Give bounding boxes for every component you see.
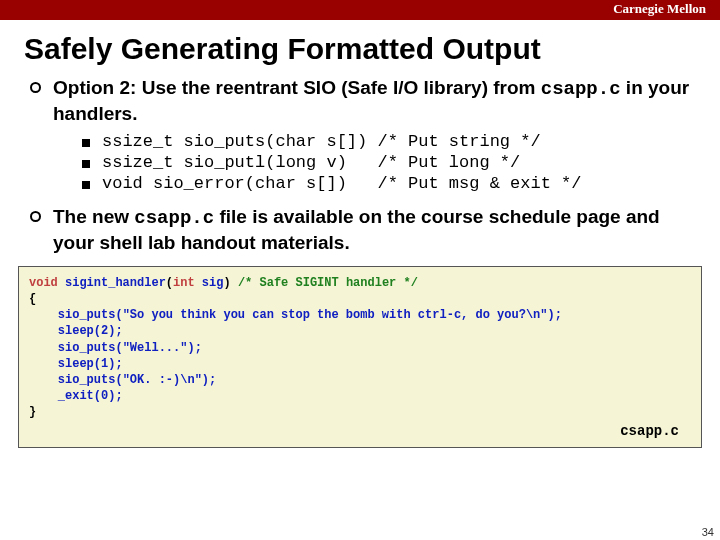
slide-title: Safely Generating Formatted Output <box>0 20 720 70</box>
line1a: sio_puts( <box>29 308 123 322</box>
sub-list: ssize_t sio_puts(char s[]) /* Put string… <box>30 132 690 193</box>
brace-close: } <box>29 405 36 419</box>
line5b: "OK. :-)\n" <box>123 373 202 387</box>
bullet-2-code: csapp.c <box>134 207 214 229</box>
circle-bullet-icon <box>30 82 41 93</box>
sub-item-1: ssize_t sio_puts(char s[]) /* Put string… <box>82 132 690 151</box>
paren-open: ( <box>166 276 173 290</box>
bullet-2-pre: The new <box>53 206 134 227</box>
code-block: void sigint_handler(int sig) /* Safe SIG… <box>18 266 702 449</box>
line1b: "So you think you can stop the bomb with… <box>123 308 548 322</box>
brace-open: { <box>29 292 36 306</box>
line3b: "Well..." <box>123 341 188 355</box>
line4: sleep(1); <box>29 357 123 371</box>
sub-item-2-text: ssize_t sio_putl(long v) /* Put long */ <box>102 153 520 172</box>
line1c: ); <box>548 308 562 322</box>
line5a: sio_puts( <box>29 373 123 387</box>
bullet-1: Option 2: Use the reentrant SIO (Safe I/… <box>30 76 690 126</box>
sub-item-2: ssize_t sio_putl(long v) /* Put long */ <box>82 153 690 172</box>
line5c: ); <box>202 373 216 387</box>
circle-bullet-icon <box>30 211 41 222</box>
comment: /* Safe SIGINT handler */ <box>238 276 418 290</box>
bullet-2-text: The new csapp.c file is available on the… <box>53 205 690 255</box>
institution-label: Carnegie Mellon <box>613 1 706 16</box>
paren-close: ) <box>223 276 237 290</box>
square-bullet-icon <box>82 160 90 168</box>
line2: sleep(2); <box>29 324 123 338</box>
kw-int: int <box>173 276 195 290</box>
kw-void: void <box>29 276 58 290</box>
line3a: sio_puts( <box>29 341 123 355</box>
sub-item-3: void sio_error(char s[]) /* Put msg & ex… <box>82 174 690 193</box>
square-bullet-icon <box>82 139 90 147</box>
fn-name: sigint_handler <box>58 276 166 290</box>
square-bullet-icon <box>82 181 90 189</box>
arg: sig <box>195 276 224 290</box>
institution-header: Carnegie Mellon <box>0 0 720 20</box>
sub-item-3-text: void sio_error(char s[]) /* Put msg & ex… <box>102 174 581 193</box>
bullet-1-code: csapp.c <box>541 78 621 100</box>
bullet-2: The new csapp.c file is available on the… <box>30 205 690 255</box>
sub-item-1-text: ssize_t sio_puts(char s[]) /* Put string… <box>102 132 541 151</box>
bullet-1-pre: Option 2: Use the reentrant SIO (Safe I/… <box>53 77 541 98</box>
line6: _exit(0); <box>29 389 123 403</box>
page-number: 34 <box>702 526 714 538</box>
bullet-1-text: Option 2: Use the reentrant SIO (Safe I/… <box>53 76 690 126</box>
line3c: ); <box>187 341 201 355</box>
slide-content: Option 2: Use the reentrant SIO (Safe I/… <box>0 70 720 256</box>
code-caption: csapp.c <box>29 420 691 441</box>
